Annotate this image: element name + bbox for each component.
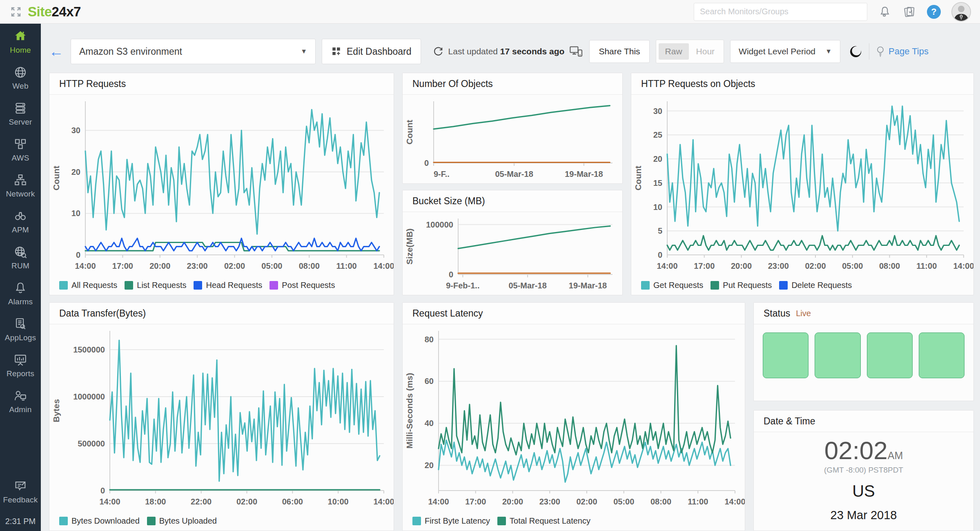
status-monitor-box[interactable] — [815, 332, 860, 378]
panel-date-time: Date & Time 02:02AM (GMT -8:00) PST8PDT … — [753, 410, 974, 531]
sidebar-item-feedback[interactable]: Feedback — [3, 479, 38, 504]
svg-text:0: 0 — [76, 250, 80, 259]
line-chart-http-requests-on-objects[interactable]: 051015202530Count14:0017:0020:0023:0002:… — [631, 95, 973, 275]
line-chart-http-requests[interactable]: 0102030Count14:0017:0020:0023:0002:0005:… — [49, 95, 394, 275]
legend-item[interactable]: Delete Requests — [779, 281, 852, 290]
panel-title: Status — [764, 308, 790, 319]
edit-dashboard-button[interactable]: Edit Dashboard — [322, 39, 421, 64]
hour-option[interactable]: Hour — [690, 43, 722, 60]
legend-item[interactable]: Post Requests — [270, 281, 335, 290]
svg-text:500000: 500000 — [78, 439, 105, 448]
legend-label: List Requests — [137, 281, 186, 290]
dashboard-grid: HTTP Requests 0102030Count14:0017:0020:0… — [49, 73, 974, 531]
svg-text:05:00: 05:00 — [261, 261, 282, 270]
svg-text:14:00: 14:00 — [657, 261, 677, 270]
line-chart-data-transfer[interactable]: 050000010000001500000Bytes14:0018:0022:0… — [49, 324, 394, 511]
share-this-button[interactable]: Share This — [589, 40, 649, 63]
brand-logo: Site24x7 — [9, 4, 81, 20]
line-chart-request-latency[interactable]: 20406080Milli-Seconds (ms)14:0017:0020:0… — [403, 324, 745, 511]
svg-text:14:00: 14:00 — [373, 261, 394, 270]
svg-text:20: 20 — [71, 167, 80, 176]
chart-legend: All RequestsList RequestsHead RequestsPo… — [49, 275, 394, 295]
panel-title: Number Of Objects — [403, 73, 622, 95]
divider — [869, 43, 869, 60]
clock-region: US — [852, 482, 875, 500]
status-monitor-box[interactable] — [919, 332, 964, 378]
sidebar-item-label: Reports — [7, 369, 34, 378]
back-arrow-icon[interactable]: ← — [49, 44, 64, 59]
sidebar-item-label: Network — [6, 190, 35, 199]
line-chart-bucket-size[interactable]: 0100000Size(MB)9-Feb-1..05-Mar-1819-Mar-… — [403, 212, 622, 295]
svg-text:80: 80 — [425, 335, 434, 344]
status-monitor-box[interactable] — [867, 332, 913, 378]
legend-swatch — [270, 281, 278, 290]
help-icon[interactable]: ? — [927, 5, 941, 19]
panel-data-transfer: Data Transfer(Bytes) 0500000100000015000… — [49, 302, 394, 531]
svg-text:18:00: 18:00 — [145, 497, 166, 506]
panel-bucket-size: Bucket Size (MB) 0100000Size(MB)9-Feb-1.… — [402, 190, 623, 295]
sidebar-item-aws[interactable]: AWS — [11, 137, 29, 163]
dark-mode-moon-icon[interactable] — [849, 45, 863, 58]
legend-swatch — [147, 517, 156, 525]
devices-icon[interactable] — [569, 46, 583, 57]
sidebar-item-admin[interactable]: Admin — [9, 389, 32, 414]
svg-text:17:00: 17:00 — [112, 261, 133, 270]
svg-text:20:00: 20:00 — [149, 261, 170, 270]
legend-item[interactable]: List Requests — [125, 281, 186, 290]
raw-hour-toggle: Raw Hour — [656, 40, 724, 63]
legend-item[interactable]: Put Requests — [710, 281, 772, 290]
legend-item[interactable]: First Byte Latency — [412, 516, 490, 526]
sidebar-item-label: Alarms — [8, 297, 33, 306]
svg-text:08:00: 08:00 — [879, 261, 900, 270]
panel-request-latency: Request Latency 20406080Milli-Seconds (m… — [402, 302, 745, 531]
legend-item[interactable]: Get Requests — [641, 281, 703, 290]
dashboard-select[interactable]: Amazon S3 environment ▼ — [71, 39, 316, 64]
legend-item[interactable]: Bytes Downloaded — [59, 516, 140, 526]
legend-item[interactable]: Head Requests — [194, 281, 262, 290]
svg-text:02:00: 02:00 — [224, 261, 245, 270]
sidebar-item-applogs[interactable]: AppLogs — [5, 317, 36, 342]
expand-icon[interactable] — [9, 5, 23, 19]
svg-text:14:00: 14:00 — [373, 497, 394, 506]
status-monitor-box[interactable] — [763, 332, 808, 378]
sidebar-item-apm[interactable]: APM — [12, 209, 29, 234]
sidebar-item-reports[interactable]: Reports — [7, 353, 34, 378]
sidebar-item-web[interactable]: Web — [12, 65, 28, 91]
brand-name: Site24x7 — [28, 4, 81, 20]
server-icon — [13, 101, 27, 115]
avatar[interactable] — [951, 2, 971, 22]
panel-title: Date & Time — [754, 411, 973, 432]
lightbulb-icon — [875, 46, 885, 57]
svg-text:60: 60 — [425, 377, 434, 386]
sidebar-item-alarms[interactable]: Alarms — [8, 281, 33, 306]
legend-label: Bytes Downloaded — [71, 516, 140, 526]
web-icon — [13, 65, 27, 79]
chart-legend: Get RequestsPut RequestsDelete Requests — [631, 275, 973, 295]
sidebar-item-rum[interactable]: RUM — [11, 245, 29, 270]
sidebar-item-home[interactable]: Home — [10, 29, 31, 55]
last-updated: Last updated 17 seconds ago — [433, 46, 584, 57]
tasks-icon[interactable] — [902, 5, 916, 19]
line-chart-number-of-objects[interactable]: 0Count9-F..05-Mar-1819-Mar-18 — [403, 95, 622, 183]
svg-text:25: 25 — [653, 130, 662, 139]
legend-item[interactable]: All Requests — [59, 281, 117, 290]
panel-title: Data Transfer(Bytes) — [49, 303, 394, 324]
sidebar-item-label: RUM — [11, 261, 29, 270]
widget-level-period-select[interactable]: Widget Level Period ▼ — [730, 40, 840, 63]
legend-item[interactable]: Bytes Uploaded — [147, 516, 217, 526]
refresh-icon[interactable] — [433, 46, 443, 57]
bell-icon[interactable] — [878, 5, 892, 19]
clock-date: 23 Mar 2018 — [831, 509, 897, 522]
svg-text:11:00: 11:00 — [916, 261, 937, 270]
apm-icon — [13, 209, 27, 223]
clock-timezone: (GMT -8:00) PST8PDT — [824, 466, 903, 475]
page-tips-link[interactable]: Page Tips — [875, 46, 929, 57]
sidebar-item-server[interactable]: Server — [9, 101, 32, 127]
raw-option[interactable]: Raw — [659, 43, 689, 60]
svg-text:05-Mar-18: 05-Mar-18 — [495, 170, 533, 178]
sidebar-item-network[interactable]: Network — [6, 173, 35, 199]
svg-text:22:00: 22:00 — [191, 497, 212, 506]
clock-meridiem: AM — [888, 450, 903, 461]
legend-item[interactable]: Total Request Latency — [497, 516, 590, 526]
search-input[interactable] — [694, 3, 867, 21]
